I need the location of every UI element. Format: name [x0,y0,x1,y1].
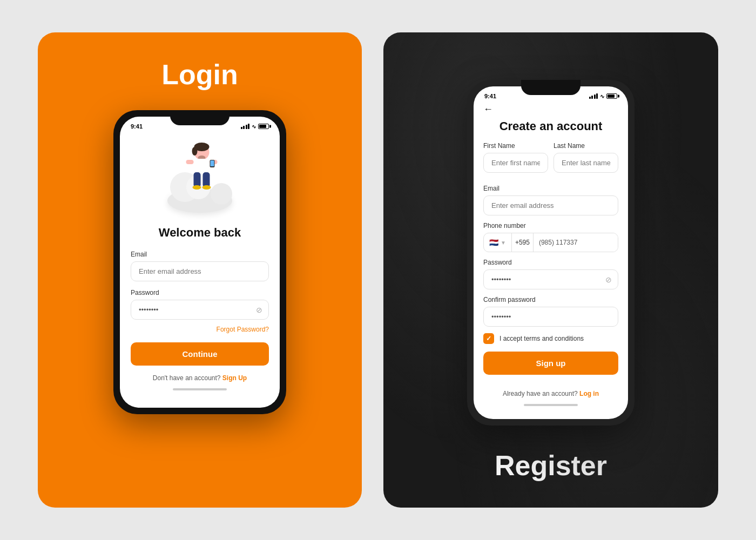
first-name-input[interactable] [483,153,548,173]
phone-notch [170,110,230,125]
register-form: ← Create an account First Name Last Name [474,102,628,419]
register-password-group: Password ⊘ [483,259,618,289]
already-account-text: Already have an account? [503,390,578,397]
signup-link-wrapper: Don't have an account? Sign Up [131,374,269,382]
register-status-icons: ∿ [589,93,618,99]
no-account-text: Don't have an account? [153,374,221,382]
password-label: Password [131,289,269,296]
character-figure [162,137,238,213]
time: 9:41 [131,123,143,130]
battery-icon [258,124,269,129]
register-home-indicator [524,404,578,406]
avatar-area [120,137,280,213]
phone-input-wrapper: 🇳🇱 ▼ +595 [483,233,618,252]
last-name-input[interactable] [554,153,618,173]
country-flag: 🇳🇱 [489,238,498,247]
sign-up-link[interactable]: Sign Up [222,374,247,382]
email-input[interactable] [131,261,269,281]
register-password-input[interactable] [483,269,618,289]
person-illustration [183,143,221,197]
login-title: Login [161,58,238,91]
register-password-label: Password [483,259,618,266]
forgot-password-link[interactable]: Forgot Password? [217,326,269,333]
log-in-link[interactable]: Log in [579,390,599,397]
register-card: 9:41 ∿ ← Create an accou [383,32,718,508]
create-account-title: Create an account [483,119,618,133]
register-time: 9:41 [484,93,496,99]
back-arrow[interactable]: ← [483,104,493,115]
forgot-password-wrapper: Forgot Password? [131,324,269,334]
country-selector[interactable]: 🇳🇱 ▼ [484,233,512,252]
first-name-label: First Name [483,142,548,150]
login-phone-frame: 9:41 ∿ [113,110,286,414]
confirm-password-wrapper [483,307,618,327]
country-code: +595 [512,233,534,252]
last-name-label: Last Name [554,142,618,150]
phone-notch-register [521,80,580,95]
welcome-text: Welcome back [131,226,269,240]
register-email-label: Email [483,185,618,192]
svg-rect-12 [211,160,214,166]
svg-rect-6 [203,172,210,187]
name-fields-row: First Name Last Name [483,142,618,179]
phone-number-label: Phone number [483,222,618,230]
status-icons: ∿ [241,124,269,130]
password-wrapper: ⊘ [131,300,269,320]
signal-icon [241,124,250,129]
register-password-wrapper: ⊘ [483,269,618,289]
svg-rect-5 [194,172,201,187]
register-battery-icon [606,93,617,99]
svg-point-8 [202,185,211,190]
svg-rect-9 [186,160,194,164]
login-card: Login 9:41 ∿ [38,32,362,508]
register-phone-frame: 9:41 ∿ ← Create an accou [467,80,634,426]
terms-label: I accept terms and conditions [500,335,584,342]
last-name-group: Last Name [554,142,618,173]
checkbox-check: ✓ [486,335,491,342]
phone-number-group: Phone number 🇳🇱 ▼ +595 [483,222,618,252]
register-email-group: Email [483,185,618,215]
confirm-password-group: Confirm password [483,296,618,327]
phone-number-input[interactable] [534,233,618,252]
register-phone-screen: 9:41 ∿ ← Create an accou [474,86,628,419]
password-input[interactable] [131,300,269,320]
login-phone-screen: 9:41 ∿ [120,117,280,408]
wifi-icon: ∿ [252,124,256,130]
eye-icon[interactable]: ⊘ [256,306,262,314]
register-signal-icon [589,93,598,99]
first-name-group: First Name [483,142,548,173]
home-indicator [173,388,227,390]
login-form: Welcome back Email Password ⊘ Forgot Pas… [120,221,280,408]
already-account-wrapper: Already have an account? Log in [483,390,618,397]
terms-checkbox[interactable]: ✓ [483,333,494,344]
svg-point-2 [192,147,198,156]
terms-row: ✓ I accept terms and conditions [483,333,618,344]
svg-point-7 [193,185,201,190]
signup-button[interactable]: Sign up [483,352,618,375]
continue-button[interactable]: Continue [131,342,269,366]
register-eye-icon[interactable]: ⊘ [605,275,612,284]
confirm-password-label: Confirm password [483,296,618,303]
email-label: Email [131,251,269,258]
confirm-password-input[interactable] [483,307,618,327]
register-email-input[interactable] [483,195,618,215]
register-wifi-icon: ∿ [600,93,604,99]
register-title: Register [495,449,607,482]
